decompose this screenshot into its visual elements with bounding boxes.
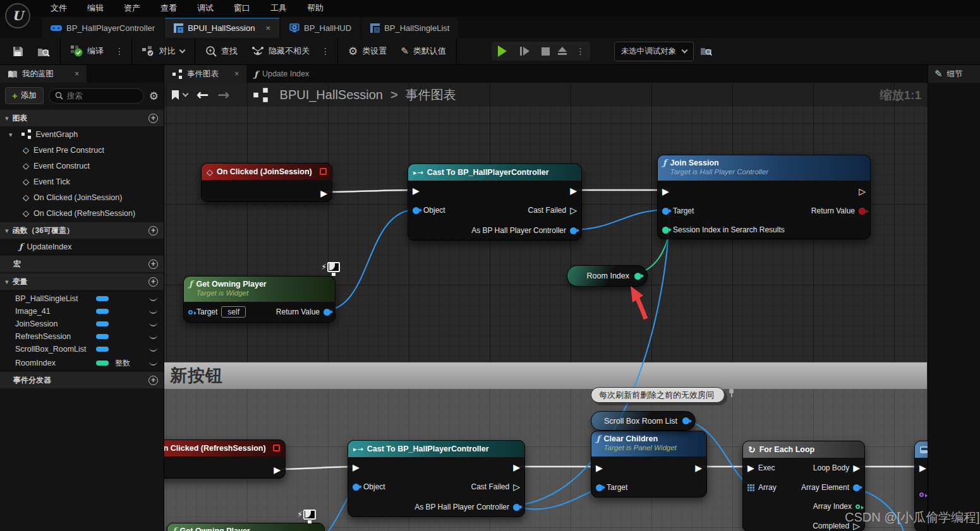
unreal-logo-icon[interactable]: U <box>5 3 30 28</box>
exec-in-pin[interactable] <box>596 462 603 474</box>
node-room-index-getter[interactable]: Room Index <box>567 265 648 287</box>
as-controller-pin[interactable]: As BP Hall Player Controller <box>471 225 577 236</box>
chevron-down-icon[interactable] <box>183 91 189 97</box>
menu-asset[interactable]: 资产 <box>114 0 150 16</box>
delegate-pin[interactable] <box>320 168 327 175</box>
target-pin[interactable]: Targetself <box>188 306 246 318</box>
cast-failed-pin[interactable]: Cast Failed <box>528 205 577 216</box>
debug-object-dropdown[interactable]: 未选中调试对象 <box>614 42 694 61</box>
room-index-out-pin[interactable] <box>634 273 641 280</box>
tab-bp-hallhud[interactable]: BP_HallHUD <box>281 18 360 38</box>
eye-closed-icon[interactable] <box>149 309 157 314</box>
tree-event-tick[interactable]: Event Tick <box>0 174 164 189</box>
node-cast-to-bp-hallplayercontroller-2[interactable]: Cast To BP_HallPlayerController Object C… <box>348 440 525 517</box>
play-options-icon[interactable]: ⋮ <box>575 46 586 56</box>
search-input[interactable] <box>67 92 130 100</box>
forward-arrow-icon[interactable]: → <box>217 87 229 103</box>
tree-event-construct[interactable]: Event Construct <box>0 158 164 174</box>
array-element-pin[interactable]: Array Element <box>801 482 860 493</box>
browse-debug-icon[interactable] <box>700 46 713 56</box>
variable-row[interactable]: JoinSession <box>0 318 164 330</box>
compile-options-icon[interactable]: ⋮ <box>114 46 125 56</box>
stop-icon[interactable] <box>541 47 550 56</box>
tab-event-graph[interactable]: 事件图表 × <box>164 65 246 83</box>
array-pin[interactable]: Array <box>747 482 777 493</box>
save-button[interactable] <box>9 43 27 60</box>
compile-button[interactable]: 编译 <box>67 42 107 60</box>
loop-body-pin[interactable]: Loop Body <box>813 462 860 474</box>
tree-on-clicked-joinsession[interactable]: On Clicked (JoinSession) <box>0 189 164 205</box>
comment-bubble[interactable]: 每次刷新前删除之前的无效房间 <box>591 387 725 403</box>
pin-icon[interactable] <box>727 388 736 397</box>
eye-closed-icon[interactable] <box>149 361 157 366</box>
tab-bp-hallsinglelist[interactable]: BP_HallSingleList <box>361 18 458 38</box>
node-get-owning-player-2[interactable]: ƒ Get Owning Player <box>167 523 325 531</box>
tree-on-clicked-refreshsession[interactable]: On Clicked (RefreshSession) <box>0 205 164 221</box>
menu-view[interactable]: 查看 <box>150 0 187 16</box>
hide-options-icon[interactable]: ⋮ <box>320 46 331 56</box>
add-macro-icon[interactable] <box>148 260 158 269</box>
play-icon[interactable] <box>498 45 512 57</box>
section-dispatchers[interactable]: 事件分发器 <box>0 372 164 388</box>
menu-window[interactable]: 窗口 <box>224 0 260 16</box>
tree-event-pre-construct[interactable]: Event Pre Construct <box>0 142 164 158</box>
scroll-box-out-pin[interactable] <box>682 417 689 424</box>
eye-closed-icon[interactable] <box>149 322 157 326</box>
frame-skip-icon[interactable] <box>520 47 534 56</box>
eye-closed-icon[interactable] <box>149 335 157 339</box>
back-arrow-icon[interactable]: ← <box>197 87 209 103</box>
eye-closed-icon[interactable] <box>149 297 157 301</box>
exec-out-pin[interactable] <box>320 188 327 199</box>
return-value-pin[interactable]: Return Value <box>811 205 866 217</box>
class-defaults-button[interactable]: ✎ 类默认值 <box>397 42 450 60</box>
tab-bpui-hallsession[interactable]: BPUI_HallSession × <box>165 18 279 38</box>
bookmark-icon[interactable] <box>172 90 179 100</box>
eject-icon[interactable] <box>557 47 567 56</box>
tab-update-index[interactable]: ƒ Update Index <box>246 65 317 83</box>
as-controller-pin[interactable]: As BP Hall Player Controller <box>414 501 520 513</box>
add-variable-icon[interactable] <box>148 277 158 287</box>
exec-in-pin[interactable]: Exec <box>747 462 775 474</box>
tree-eventgraph[interactable]: EventGraph <box>0 126 164 142</box>
exec-out-pin[interactable] <box>274 464 281 475</box>
exec-in-pin[interactable] <box>413 185 420 196</box>
blueprint-canvas[interactable]: 新按钮 <box>164 83 928 531</box>
menu-help[interactable]: 帮助 <box>297 0 334 16</box>
node-get-owning-player[interactable]: ƒ Get Owning Player Target is Widget Tar… <box>183 276 336 323</box>
browse-to-asset-button[interactable] <box>33 43 54 60</box>
class-settings-button[interactable]: ⚙ 类设置 <box>344 42 390 61</box>
exec-in-pin[interactable] <box>353 462 360 473</box>
breadcrumb[interactable]: BPUI_HallSession > 事件图表 <box>280 87 456 104</box>
find-button[interactable]: 查找 <box>202 42 241 60</box>
add-button[interactable]: + 添加 <box>5 87 44 104</box>
variable-row[interactable]: RefreshSession <box>0 330 164 343</box>
target-pin[interactable]: Target <box>662 205 694 217</box>
exec-in-pin[interactable] <box>662 186 669 197</box>
exec-out-pin[interactable] <box>859 186 866 197</box>
exec-out-pin[interactable] <box>695 462 702 474</box>
add-graph-icon[interactable] <box>148 114 158 123</box>
variable-row[interactable]: ScrollBox_RoomList <box>0 343 164 355</box>
close-panel-icon[interactable]: × <box>75 69 79 78</box>
exec-out-pin[interactable] <box>513 462 520 473</box>
menu-edit[interactable]: 编辑 <box>77 0 114 16</box>
session-index-pin[interactable]: Session Index in Serarch Results <box>662 224 785 236</box>
search-box[interactable] <box>49 88 144 104</box>
tree-updateindex[interactable]: ƒUpdateIndex <box>0 239 164 254</box>
section-functions[interactable]: 函数（36可覆盖） <box>0 222 164 239</box>
purple-data-pin[interactable] <box>919 489 924 500</box>
node-cast-to-bp-hallplayercontroller[interactable]: Cast To BP_HallPlayerController Object C… <box>408 164 582 241</box>
variable-row[interactable]: Image_41 <box>0 305 164 318</box>
section-variables[interactable]: 变量 <box>0 273 164 290</box>
delegate-pin[interactable] <box>273 444 280 451</box>
tab-details[interactable]: ✎ 细节 <box>928 65 980 83</box>
exec-out-pin[interactable] <box>570 185 577 196</box>
section-graphs[interactable]: 图表 <box>0 110 164 126</box>
node-clear-children[interactable]: ƒ Clear Children Target is Panel Widget … <box>591 431 707 498</box>
self-value-box[interactable]: self <box>221 306 246 318</box>
close-tab-icon[interactable]: × <box>265 23 270 33</box>
return-value-pin[interactable]: Return Value <box>276 306 330 318</box>
node-join-session[interactable]: ƒ Join Session Target is Hall Player Con… <box>657 155 871 239</box>
add-dispatcher-icon[interactable] <box>148 376 158 385</box>
close-tab-icon[interactable]: × <box>234 69 239 78</box>
